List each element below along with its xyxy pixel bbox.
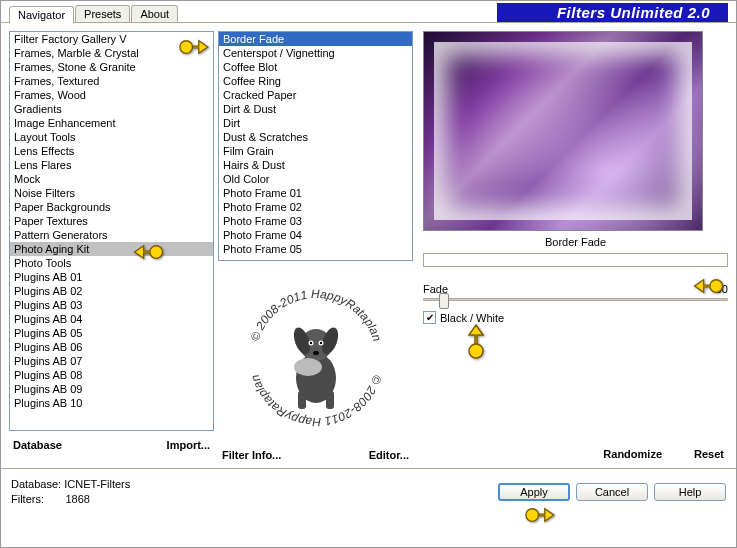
preview-column: Border Fade Fade 50 ✔ Black / White Rand… bbox=[423, 31, 728, 468]
svg-point-5 bbox=[318, 325, 341, 356]
category-item[interactable]: Lens Flares bbox=[10, 158, 213, 172]
filter-item[interactable]: Centerspot / Vignetting bbox=[219, 46, 412, 60]
category-item[interactable]: Plugins AB 01 bbox=[10, 270, 213, 284]
progress-bar bbox=[423, 253, 728, 267]
filter-item[interactable]: Coffee Blot bbox=[219, 60, 412, 74]
import-action[interactable]: Import... bbox=[163, 437, 214, 453]
category-item[interactable]: Image Enhancement bbox=[10, 116, 213, 130]
filter-item[interactable]: Film Grain bbox=[219, 144, 412, 158]
category-item[interactable]: Mock bbox=[10, 172, 213, 186]
category-item[interactable]: Plugins AB 02 bbox=[10, 284, 213, 298]
fade-value: 50 bbox=[716, 283, 728, 295]
logo-ring-bottom: © 2008-2011 HappyRataplan bbox=[247, 373, 384, 429]
filter-item[interactable]: Dirt bbox=[219, 116, 412, 130]
category-item[interactable]: Filter Factory Gallery V bbox=[10, 32, 213, 46]
svg-rect-11 bbox=[298, 391, 306, 409]
apply-button[interactable]: Apply bbox=[498, 483, 570, 501]
category-item[interactable]: Lens Effects bbox=[10, 144, 213, 158]
mid-action-row: Filter Info... Editor... bbox=[218, 441, 413, 469]
category-item[interactable]: Frames, Stone & Granite bbox=[10, 60, 213, 74]
tab-about[interactable]: About bbox=[131, 5, 178, 22]
svg-point-6 bbox=[308, 341, 313, 346]
editor-action[interactable]: Editor... bbox=[365, 447, 413, 463]
filter-item[interactable]: Dust & Scratches bbox=[219, 130, 412, 144]
filter-item[interactable]: Hairs & Dust bbox=[219, 158, 412, 172]
svg-point-3 bbox=[300, 329, 332, 361]
bw-label: Black / White bbox=[440, 312, 504, 324]
tab-presets[interactable]: Presets bbox=[75, 5, 130, 22]
svg-point-13 bbox=[294, 358, 322, 376]
preview-image bbox=[423, 31, 703, 231]
filter-item[interactable]: Cracked Paper bbox=[219, 88, 412, 102]
db-info: Database: ICNET-Filters Filters: 1868 bbox=[11, 477, 130, 508]
filter-column: Border FadeCenterspot / VignettingCoffee… bbox=[218, 31, 413, 468]
filter-item[interactable]: Coffee Ring bbox=[219, 74, 412, 88]
category-item[interactable]: Plugins AB 06 bbox=[10, 340, 213, 354]
app-title: Filters Unlimited 2.0 bbox=[497, 3, 728, 22]
logo-artwork: © 2008-2011 HappyRataplan © 2008-2011 Ha… bbox=[218, 263, 413, 453]
filter-item[interactable]: Photo Frame 04 bbox=[219, 228, 412, 242]
filter-item[interactable]: Photo Frame 02 bbox=[219, 200, 412, 214]
svg-text:© 2008-2011  HappyRataplan: © 2008-2011 HappyRataplan bbox=[247, 373, 384, 429]
svg-point-8 bbox=[309, 342, 311, 344]
main-area: Filter Factory Gallery VFrames, Marble &… bbox=[1, 23, 736, 468]
filter-item[interactable]: Photo Frame 01 bbox=[219, 186, 412, 200]
category-item[interactable]: Layout Tools bbox=[10, 130, 213, 144]
filters-count-label: Filters: bbox=[11, 493, 44, 505]
filter-item[interactable]: Photo Frame 03 bbox=[219, 214, 412, 228]
category-item[interactable]: Frames, Marble & Crystal bbox=[10, 46, 213, 60]
right-action-row: Randomize Reset bbox=[423, 440, 728, 468]
category-item[interactable]: Paper Backgrounds bbox=[10, 200, 213, 214]
cancel-button[interactable]: Cancel bbox=[576, 483, 648, 501]
svg-point-4 bbox=[290, 325, 313, 356]
filter-item[interactable]: Dirt & Dust bbox=[219, 102, 412, 116]
filter-info-action[interactable]: Filter Info... bbox=[218, 447, 285, 463]
category-item[interactable]: Frames, Textured bbox=[10, 74, 213, 88]
svg-text:© 2008-2011  HappyRataplan: © 2008-2011 HappyRataplan bbox=[247, 287, 384, 343]
category-item[interactable]: Photo Tools bbox=[10, 256, 213, 270]
category-item[interactable]: Plugins AB 07 bbox=[10, 354, 213, 368]
category-item[interactable]: Paper Textures bbox=[10, 214, 213, 228]
category-column: Filter Factory Gallery VFrames, Marble &… bbox=[9, 31, 214, 468]
tab-navigator[interactable]: Navigator bbox=[9, 6, 74, 24]
header-bar: Navigator Presets About Filters Unlimite… bbox=[1, 1, 736, 23]
bw-row: ✔ Black / White bbox=[423, 311, 728, 324]
svg-point-7 bbox=[318, 341, 323, 346]
category-item[interactable]: Frames, Wood bbox=[10, 88, 213, 102]
filter-item[interactable]: Old Color bbox=[219, 172, 412, 186]
category-item[interactable]: Plugins AB 03 bbox=[10, 298, 213, 312]
category-item[interactable]: Noise Filters bbox=[10, 186, 213, 200]
filter-item[interactable]: Photo Frame 05 bbox=[219, 242, 412, 256]
left-action-row: Database Import... bbox=[9, 431, 214, 459]
category-item[interactable]: Plugins AB 04 bbox=[10, 312, 213, 326]
filters-count-value: 1868 bbox=[65, 493, 89, 505]
logo-ring-top: © 2008-2011 HappyRataplan bbox=[247, 287, 384, 343]
category-list[interactable]: Filter Factory Gallery VFrames, Marble &… bbox=[9, 31, 214, 431]
db-value: ICNET-Filters bbox=[64, 478, 130, 490]
filter-list[interactable]: Border FadeCenterspot / VignettingCoffee… bbox=[218, 31, 413, 261]
category-item[interactable]: Plugins AB 08 bbox=[10, 368, 213, 382]
category-item[interactable]: Plugins AB 10 bbox=[10, 396, 213, 410]
category-item[interactable]: Plugins AB 05 bbox=[10, 326, 213, 340]
bw-checkbox[interactable]: ✔ bbox=[423, 311, 436, 324]
fade-slider[interactable] bbox=[423, 298, 728, 301]
footer: Database: ICNET-Filters Filters: 1868 Ap… bbox=[1, 468, 736, 516]
database-action[interactable]: Database bbox=[9, 437, 66, 453]
randomize-action[interactable]: Randomize bbox=[599, 446, 666, 462]
fade-slider-thumb[interactable] bbox=[439, 293, 449, 309]
db-label: Database: bbox=[11, 478, 61, 490]
category-item[interactable]: Plugins AB 09 bbox=[10, 382, 213, 396]
help-button[interactable]: Help bbox=[654, 483, 726, 501]
reset-action[interactable]: Reset bbox=[690, 446, 728, 462]
fade-slider-row: Fade 50 bbox=[423, 283, 728, 309]
filter-item[interactable]: Border Fade bbox=[219, 32, 412, 46]
svg-point-9 bbox=[319, 342, 321, 344]
tab-strip: Navigator Presets About bbox=[9, 5, 179, 22]
category-item[interactable]: Pattern Generators bbox=[10, 228, 213, 242]
preview-label: Border Fade bbox=[423, 231, 728, 253]
category-item[interactable]: Gradients bbox=[10, 102, 213, 116]
category-item[interactable]: Photo Aging Kit bbox=[10, 242, 213, 256]
svg-rect-12 bbox=[326, 391, 334, 409]
svg-point-10 bbox=[313, 351, 319, 355]
svg-point-2 bbox=[296, 353, 336, 403]
